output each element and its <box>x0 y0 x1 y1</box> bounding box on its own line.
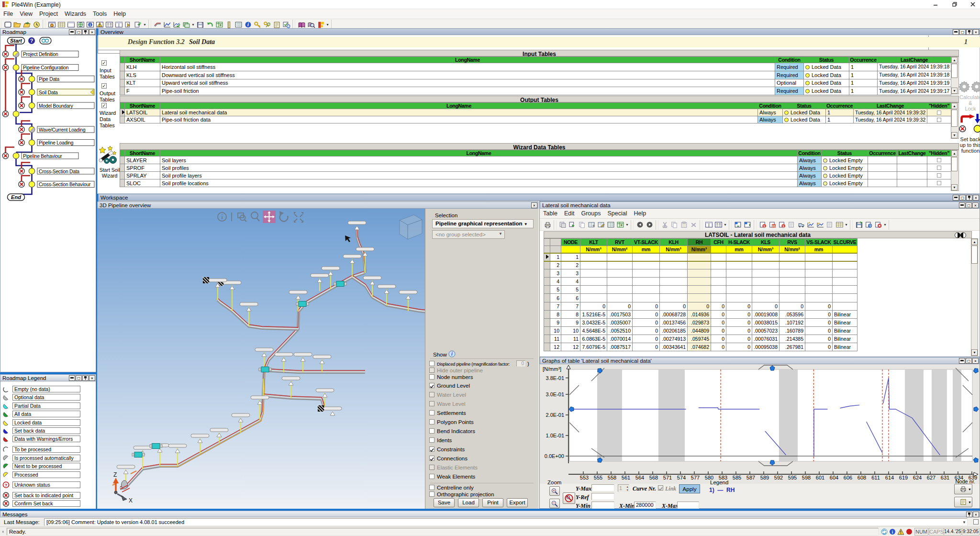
latsoil-row[interactable]: 11116.0863E-5.00700140.00274913.05974500… <box>544 335 858 343</box>
roadmap-minimize-button[interactable] <box>69 29 75 35</box>
messages-checkbox[interactable] <box>973 519 979 525</box>
roadmap-node-cross-section-data[interactable]: Cross-Section Data <box>19 168 94 174</box>
row-selector[interactable] <box>544 318 550 326</box>
x-min-field[interactable]: 280000 <box>634 502 656 509</box>
roadmap-close-button[interactable]: ✕ <box>89 29 95 35</box>
window-tree-icon[interactable] <box>105 20 114 29</box>
roadmap-node-wave-current-loading[interactable]: Wave/Current Loading <box>19 126 94 133</box>
export-doc-icon[interactable] <box>134 20 143 29</box>
roadmap-node-pipe-data[interactable]: Pipe Data <box>19 76 94 82</box>
workspace-maximize-button[interactable]: □ <box>959 195 966 201</box>
window-tree-icon[interactable] <box>714 221 723 229</box>
zoom-reset-button[interactable] <box>563 492 575 504</box>
bookmark-icon[interactable] <box>316 20 325 29</box>
y-min-field[interactable] <box>591 502 614 509</box>
input-tables-row[interactable]: FPipe-soil frictionRequiredLocked Data1T… <box>120 87 951 95</box>
wizard-tables-scrollbar[interactable]: ▲▼ <box>951 150 959 191</box>
workspace-close-button[interactable]: ✕ <box>973 195 979 201</box>
scroll-up-button[interactable]: ▲ <box>971 239 978 245</box>
nav-next-icon[interactable] <box>645 221 654 229</box>
workspace-pin-button[interactable] <box>966 195 972 201</box>
row-selector[interactable] <box>544 335 550 343</box>
column-header[interactable]: Condition <box>775 57 804 63</box>
overview-maximize-button[interactable]: □ <box>959 29 966 35</box>
show-checkbox-displaced-pipeline-magnification-factor[interactable] <box>429 361 434 366</box>
legend-pin-button[interactable] <box>82 375 89 381</box>
output-tables-checkbox[interactable]: ✓ <box>101 83 107 89</box>
chart-sel-icon[interactable] <box>816 221 825 229</box>
latsoil-row[interactable]: 881.5216E-5.00175030.00068728.01493600.0… <box>544 310 858 318</box>
show-checkbox-orthographic-projection[interactable] <box>429 491 434 497</box>
show-info-icon[interactable]: i <box>448 350 456 359</box>
latsoil-menu-groups[interactable]: Groups <box>578 209 604 218</box>
scroll-thumb[interactable] <box>971 246 978 264</box>
roadmap-node-project-definition[interactable]: Project Definition <box>2 51 78 57</box>
latsoil-column-header[interactable]: SLCURVE <box>833 239 858 246</box>
calculate-lock-button[interactable]: Calculate&Lock <box>957 80 980 112</box>
copy-dis-icon[interactable] <box>578 221 587 229</box>
dropdown-icon[interactable]: ▾ <box>191 20 195 29</box>
latsoil-scrollbar[interactable]: ▲▼ <box>971 238 978 356</box>
excel-out-icon[interactable] <box>743 221 752 229</box>
latsoil-column-header[interactable]: KLT <box>580 239 607 246</box>
truck-icon[interactable] <box>797 221 806 229</box>
legend-minimize-button[interactable] <box>69 375 75 381</box>
latsoil-column-header[interactable]: NODE <box>561 239 580 246</box>
new-doc-icon[interactable] <box>3 20 12 29</box>
ruler-icon[interactable] <box>224 20 234 29</box>
copy-dis-icon[interactable] <box>670 221 679 229</box>
roadmap-start-node[interactable]: Start <box>8 37 25 44</box>
latsoil-column-header[interactable]: VT-SLACK <box>633 239 660 246</box>
input-tables-row[interactable]: KLSDownward vertical soil stiffnessRequi… <box>120 71 951 79</box>
wizard-tables-row[interactable]: SPRLAYSoil profile layersAlwaysLocked Em… <box>120 172 951 179</box>
wizard-tables-table[interactable]: ShortNameLongNameConditionStatusOccurren… <box>120 150 951 187</box>
table-edit-icon[interactable] <box>597 221 606 229</box>
window-globe-icon[interactable] <box>76 20 85 29</box>
chart-design-icon[interactable] <box>163 20 172 29</box>
wizard-tables-row[interactable]: SLOCSoil profile locationsAlwaysLocked E… <box>120 179 951 187</box>
status-sync-icon[interactable] <box>881 528 888 535</box>
row-selector[interactable] <box>544 261 550 269</box>
output-tables-row[interactable]: AXSOILPipe-soil friction dataAlwaysLocke… <box>120 116 951 123</box>
restore-button[interactable] <box>951 1 958 8</box>
key-pair-icon[interactable] <box>263 20 272 29</box>
column-header[interactable]: Occurrence <box>826 103 854 109</box>
window-split-icon[interactable] <box>114 20 123 29</box>
status-error-icon[interactable] <box>906 528 913 535</box>
close-doc-icon[interactable] <box>874 221 883 229</box>
column-header[interactable]: Condition <box>798 150 822 156</box>
column-header[interactable]: ShortName <box>125 103 160 109</box>
scroll-down-button[interactable]: ▼ <box>971 349 978 356</box>
latsoil-row[interactable]: 33 <box>544 269 858 278</box>
menu-project[interactable]: Project <box>36 9 61 19</box>
table-insert-icon[interactable] <box>587 221 596 229</box>
roadmap-node-pipeline-loading[interactable]: Pipeline Loading <box>19 140 94 146</box>
roadmap-node-pipeline-configuration[interactable]: Pipeline Configuration <box>2 65 78 71</box>
dropdown-icon[interactable]: ▾ <box>625 221 629 229</box>
gray-doc-icon[interactable] <box>787 221 796 229</box>
zoom-out-button[interactable] <box>549 499 560 508</box>
show-checkbox-bend-indicators[interactable] <box>429 428 434 434</box>
dropdown-icon[interactable]: ▾ <box>723 221 727 229</box>
overview-close-button[interactable]: ✕ <box>973 29 979 35</box>
info-icon[interactable]: i <box>244 20 253 29</box>
save-mini-icon[interactable] <box>855 221 864 229</box>
show-checkbox-connections[interactable] <box>429 456 434 461</box>
latsoil-menu-special[interactable]: Special <box>604 209 630 218</box>
column-header[interactable]: LastChange <box>878 57 951 63</box>
output-tables-table[interactable]: ShortNameLongNameConditionStatusOccurren… <box>120 102 951 123</box>
column-header[interactable]: ShortName <box>125 57 160 63</box>
roadmap-node-cross-section-behaviour[interactable]: Cross-Section Behaviour <box>19 181 94 188</box>
show-checkbox-settlements[interactable] <box>429 410 434 415</box>
latsoil-column-header[interactable] <box>550 239 561 246</box>
window-gear-icon[interactable] <box>47 20 56 29</box>
column-header[interactable]: Status <box>804 57 849 63</box>
status-warning-icon[interactable] <box>897 528 904 535</box>
show-checkbox-idents[interactable] <box>429 437 434 443</box>
row-selector[interactable] <box>544 269 550 278</box>
import-folder-icon[interactable] <box>22 20 32 29</box>
overview-pin-button[interactable] <box>966 29 972 35</box>
load-button[interactable]: Load <box>458 498 479 507</box>
column-header[interactable]: Status <box>822 150 868 156</box>
status-info-icon[interactable]: i <box>889 528 896 535</box>
